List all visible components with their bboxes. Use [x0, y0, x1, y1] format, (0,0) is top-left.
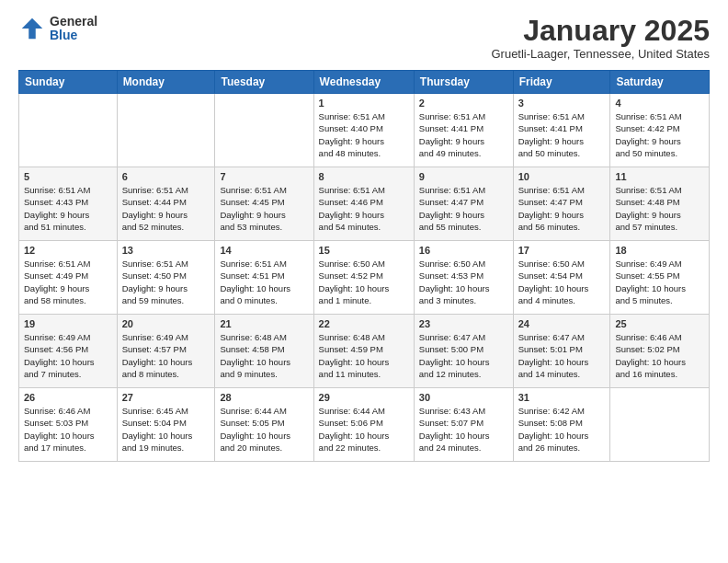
day-info: Sunrise: 6:47 AM Sunset: 5:00 PM Dayligh…	[419, 331, 508, 380]
table-row: 2Sunrise: 6:51 AM Sunset: 4:41 PM Daylig…	[414, 94, 513, 167]
table-row: 9Sunrise: 6:51 AM Sunset: 4:47 PM Daylig…	[414, 167, 513, 241]
logo-blue-text: Blue	[50, 29, 97, 42]
table-row: 16Sunrise: 6:50 AM Sunset: 4:53 PM Dayli…	[414, 241, 513, 315]
day-number: 17	[518, 245, 606, 256]
col-friday: Friday	[513, 71, 610, 94]
table-row: 27Sunrise: 6:45 AM Sunset: 5:04 PM Dayli…	[117, 388, 215, 462]
table-row: 8Sunrise: 6:51 AM Sunset: 4:46 PM Daylig…	[313, 167, 414, 241]
table-row: 23Sunrise: 6:47 AM Sunset: 5:00 PM Dayli…	[414, 315, 513, 388]
day-info: Sunrise: 6:51 AM Sunset: 4:49 PM Dayligh…	[24, 258, 112, 306]
table-row: 31Sunrise: 6:42 AM Sunset: 5:08 PM Dayli…	[513, 388, 610, 462]
day-number: 11	[615, 171, 704, 182]
day-info: Sunrise: 6:51 AM Sunset: 4:40 PM Dayligh…	[319, 110, 409, 159]
location: Gruetli-Laager, Tennessee, United States	[491, 47, 710, 61]
day-info: Sunrise: 6:51 AM Sunset: 4:44 PM Dayligh…	[122, 184, 210, 233]
day-info: Sunrise: 6:44 AM Sunset: 5:06 PM Dayligh…	[319, 405, 409, 454]
page-container: General Blue January 2025 Gruetli-Laager…	[0, 0, 728, 563]
day-number: 9	[419, 171, 508, 182]
col-tuesday: Tuesday	[215, 71, 313, 94]
day-number: 30	[419, 392, 508, 403]
col-sunday: Sunday	[19, 71, 118, 94]
table-row: 5Sunrise: 6:51 AM Sunset: 4:43 PM Daylig…	[19, 167, 118, 241]
day-number: 26	[24, 392, 112, 403]
day-info: Sunrise: 6:51 AM Sunset: 4:43 PM Dayligh…	[24, 184, 112, 233]
day-info: Sunrise: 6:50 AM Sunset: 4:52 PM Dayligh…	[319, 258, 409, 306]
table-row: 7Sunrise: 6:51 AM Sunset: 4:45 PM Daylig…	[215, 167, 313, 241]
day-number: 19	[24, 318, 112, 329]
day-info: Sunrise: 6:44 AM Sunset: 5:05 PM Dayligh…	[220, 405, 308, 454]
logo-text: General Blue	[50, 15, 97, 43]
day-info: Sunrise: 6:49 AM Sunset: 4:56 PM Dayligh…	[24, 331, 112, 380]
col-monday: Monday	[117, 71, 215, 94]
table-row: 18Sunrise: 6:49 AM Sunset: 4:55 PM Dayli…	[610, 241, 710, 315]
day-info: Sunrise: 6:51 AM Sunset: 4:46 PM Dayligh…	[319, 184, 409, 233]
table-row: 4Sunrise: 6:51 AM Sunset: 4:42 PM Daylig…	[610, 94, 710, 167]
day-info: Sunrise: 6:49 AM Sunset: 4:55 PM Dayligh…	[615, 258, 704, 306]
svg-marker-0	[22, 18, 43, 40]
table-row	[215, 94, 313, 167]
table-row: 10Sunrise: 6:51 AM Sunset: 4:47 PM Dayli…	[513, 167, 610, 241]
day-number: 5	[24, 171, 112, 182]
day-info: Sunrise: 6:51 AM Sunset: 4:41 PM Dayligh…	[518, 110, 606, 159]
table-row: 24Sunrise: 6:47 AM Sunset: 5:01 PM Dayli…	[513, 315, 610, 388]
day-number: 10	[518, 171, 606, 182]
table-row: 1Sunrise: 6:51 AM Sunset: 4:40 PM Daylig…	[313, 94, 414, 167]
table-row	[610, 388, 710, 462]
table-row: 28Sunrise: 6:44 AM Sunset: 5:05 PM Dayli…	[215, 388, 313, 462]
table-row	[117, 94, 215, 167]
logo: General Blue	[18, 15, 97, 43]
table-row: 22Sunrise: 6:48 AM Sunset: 4:59 PM Dayli…	[313, 315, 414, 388]
calendar-week-row: 19Sunrise: 6:49 AM Sunset: 4:56 PM Dayli…	[19, 315, 710, 388]
day-number: 16	[419, 245, 508, 256]
day-number: 29	[319, 392, 409, 403]
calendar-week-row: 1Sunrise: 6:51 AM Sunset: 4:40 PM Daylig…	[19, 94, 710, 167]
day-info: Sunrise: 6:51 AM Sunset: 4:47 PM Dayligh…	[419, 184, 508, 233]
calendar-week-row: 5Sunrise: 6:51 AM Sunset: 4:43 PM Daylig…	[19, 167, 710, 241]
day-number: 1	[319, 98, 409, 109]
day-info: Sunrise: 6:45 AM Sunset: 5:04 PM Dayligh…	[122, 405, 210, 454]
day-info: Sunrise: 6:48 AM Sunset: 4:58 PM Dayligh…	[220, 331, 308, 380]
day-number: 21	[220, 318, 308, 329]
calendar-week-row: 12Sunrise: 6:51 AM Sunset: 4:49 PM Dayli…	[19, 241, 710, 315]
day-number: 22	[319, 318, 409, 329]
day-number: 13	[122, 245, 210, 256]
table-row: 3Sunrise: 6:51 AM Sunset: 4:41 PM Daylig…	[513, 94, 610, 167]
day-number: 23	[419, 318, 508, 329]
col-thursday: Thursday	[414, 71, 513, 94]
day-info: Sunrise: 6:46 AM Sunset: 5:03 PM Dayligh…	[24, 405, 112, 454]
table-row: 13Sunrise: 6:51 AM Sunset: 4:50 PM Dayli…	[117, 241, 215, 315]
calendar-week-row: 26Sunrise: 6:46 AM Sunset: 5:03 PM Dayli…	[19, 388, 710, 462]
day-number: 20	[122, 318, 210, 329]
day-info: Sunrise: 6:51 AM Sunset: 4:50 PM Dayligh…	[122, 258, 210, 306]
day-info: Sunrise: 6:46 AM Sunset: 5:02 PM Dayligh…	[615, 331, 704, 380]
col-wednesday: Wednesday	[313, 71, 414, 94]
day-number: 24	[518, 318, 606, 329]
day-info: Sunrise: 6:51 AM Sunset: 4:42 PM Dayligh…	[615, 110, 704, 159]
day-number: 27	[122, 392, 210, 403]
table-row: 14Sunrise: 6:51 AM Sunset: 4:51 PM Dayli…	[215, 241, 313, 315]
table-row: 21Sunrise: 6:48 AM Sunset: 4:58 PM Dayli…	[215, 315, 313, 388]
table-row: 12Sunrise: 6:51 AM Sunset: 4:49 PM Dayli…	[19, 241, 118, 315]
day-number: 25	[615, 318, 704, 329]
month-title: January 2025	[491, 15, 710, 47]
table-row: 30Sunrise: 6:43 AM Sunset: 5:07 PM Dayli…	[414, 388, 513, 462]
table-row: 26Sunrise: 6:46 AM Sunset: 5:03 PM Dayli…	[19, 388, 118, 462]
day-info: Sunrise: 6:42 AM Sunset: 5:08 PM Dayligh…	[518, 405, 606, 454]
day-number: 7	[220, 171, 308, 182]
day-info: Sunrise: 6:47 AM Sunset: 5:01 PM Dayligh…	[518, 331, 606, 380]
day-number: 2	[419, 98, 508, 109]
calendar-header-row: Sunday Monday Tuesday Wednesday Thursday…	[19, 71, 710, 94]
day-number: 3	[518, 98, 606, 109]
table-row: 29Sunrise: 6:44 AM Sunset: 5:06 PM Dayli…	[313, 388, 414, 462]
day-info: Sunrise: 6:50 AM Sunset: 4:53 PM Dayligh…	[419, 258, 508, 306]
day-info: Sunrise: 6:51 AM Sunset: 4:51 PM Dayligh…	[220, 258, 308, 306]
day-number: 6	[122, 171, 210, 182]
table-row	[19, 94, 118, 167]
logo-general-text: General	[50, 15, 97, 29]
day-info: Sunrise: 6:49 AM Sunset: 4:57 PM Dayligh…	[122, 331, 210, 380]
table-row: 20Sunrise: 6:49 AM Sunset: 4:57 PM Dayli…	[117, 315, 215, 388]
day-number: 28	[220, 392, 308, 403]
logo-icon	[18, 15, 46, 42]
header: General Blue January 2025 Gruetli-Laager…	[18, 15, 710, 61]
day-info: Sunrise: 6:43 AM Sunset: 5:07 PM Dayligh…	[419, 405, 508, 454]
